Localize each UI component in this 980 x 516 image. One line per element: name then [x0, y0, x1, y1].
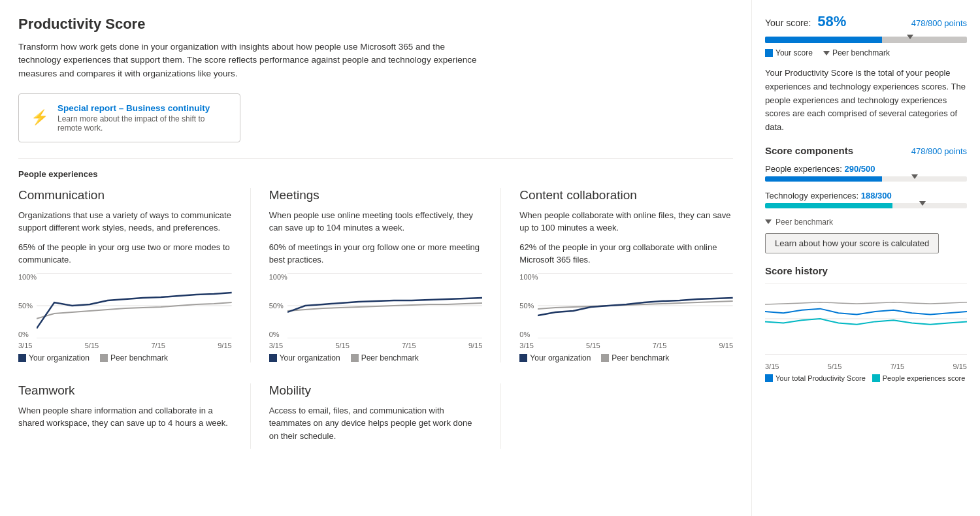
- card-content-collaboration: Content collaboration When people collab…: [501, 188, 733, 363]
- legend-peer-dot: [351, 354, 359, 362]
- score-bar-fill: [765, 37, 882, 43]
- history-legend-total: Your total Productivity Score: [765, 374, 866, 382]
- peer-marker: [907, 35, 913, 39]
- legend-peer-meetings: Peer benchmark: [351, 353, 419, 363]
- people-exp-label: People experiences: 290/500: [765, 164, 967, 174]
- score-bar-wrapper: [765, 37, 967, 43]
- chart-x-labels-content-collaboration: 3/155/157/159/15: [519, 342, 733, 349]
- card-desc-meetings: When people use online meeting tools eff…: [269, 209, 483, 234]
- legend-org-dot: [18, 354, 26, 362]
- cards-row: Communication Organizations that use a v…: [18, 188, 733, 363]
- section-divider: [18, 158, 733, 159]
- history-chart-area: 100%50%0%: [765, 283, 967, 361]
- score-label: Your score:: [765, 18, 811, 28]
- card-stat-communication: 65% of the people in your org use two or…: [18, 241, 232, 266]
- peer-benchmark-label: Peer benchmark: [765, 218, 967, 227]
- card-desc-teamwork: When people share information and collab…: [18, 404, 232, 430]
- special-report-title: Special report – Business continuity: [57, 103, 228, 113]
- components-header: Score components 478/800 points: [765, 145, 967, 156]
- card-stat-content-collaboration: 62% of the people in your org collaborat…: [519, 241, 733, 266]
- score-header: Your score: 58% 478/800 points: [765, 13, 967, 30]
- tech-peer-marker: [919, 201, 926, 206]
- legend-org-label: Your organization: [280, 353, 340, 363]
- legend-org-label: Your organization: [530, 353, 591, 363]
- legend-peer-dot: [100, 354, 108, 362]
- legend-org-content-collaboration: Your organization: [519, 353, 591, 363]
- history-total-dot: [765, 374, 773, 382]
- card-title-teamwork: Teamwork: [18, 383, 232, 398]
- card-communication: Communication Organizations that use a v…: [18, 188, 251, 363]
- chart-legend-communication: Your organization Peer benchmark: [18, 353, 232, 363]
- legend-org-dot: [269, 354, 277, 362]
- chart-svg-communication: [37, 273, 232, 338]
- page-title: Productivity Score: [18, 16, 733, 33]
- legend-org-communication: Your organization: [18, 353, 90, 363]
- special-report-subtitle: Learn more about the impact of the shift…: [57, 114, 228, 133]
- legend-peer-dot: [601, 354, 609, 362]
- chart-legend-meetings: Your organization Peer benchmark: [269, 353, 483, 363]
- people-experiences-label: People experiences: [18, 169, 733, 179]
- legend-peer-communication: Peer benchmark: [100, 353, 168, 363]
- card-title-meetings: Meetings: [269, 188, 483, 202]
- chart-x-labels-communication: 3/155/157/159/15: [18, 342, 232, 349]
- score-pct: 58%: [817, 13, 846, 29]
- score-bar-track: [765, 37, 967, 43]
- legend-peer-label: Peer benchmark: [110, 353, 168, 363]
- chart-svg-meetings: [287, 273, 483, 338]
- card-stat-meetings: 60% of meetings in your org follow one o…: [269, 241, 483, 266]
- special-report-text: Special report – Business continuity Lea…: [57, 103, 228, 133]
- people-bar-track: [765, 176, 967, 182]
- history-people-dot: [872, 374, 880, 382]
- card-title-content-collaboration: Content collaboration: [519, 188, 733, 202]
- history-legend-people: People experiences score: [872, 374, 966, 382]
- bolt-icon: ⚡: [31, 109, 48, 126]
- your-score-legend: Your score: [765, 48, 813, 57]
- peer-bench-text: Peer benchmark: [776, 218, 833, 227]
- legend-peer-content-collaboration: Peer benchmark: [601, 353, 669, 363]
- card-desc-mobility: Access to email, files, and communicatio…: [269, 404, 483, 443]
- tech-bar-track: [765, 203, 967, 208]
- peer-legend-label: Peer benchmark: [832, 48, 890, 57]
- history-x-labels: 3/15 5/15 7/15 9/15: [765, 363, 967, 370]
- card-teamwork: Teamwork When people share information a…: [18, 383, 251, 449]
- peer-legend: Peer benchmark: [823, 48, 890, 57]
- learn-score-button[interactable]: Learn about how your score is calculated: [765, 233, 939, 253]
- components-title: Score components: [765, 145, 853, 156]
- card-title-communication: Communication: [18, 188, 232, 202]
- chart-x-labels-meetings: 3/155/157/159/15: [269, 342, 483, 349]
- chart-svg-content-collaboration: [538, 273, 733, 338]
- tech-exp-label: Technology experiences: 188/300: [765, 191, 967, 201]
- peer-bench-icon: [765, 219, 772, 224]
- tech-exp-score: 188/300: [861, 191, 892, 201]
- main-content: Productivity Score Transform how work ge…: [0, 0, 751, 516]
- score-bar-legend: Your score Peer benchmark: [765, 48, 967, 57]
- components-pts: 478/800 points: [911, 146, 967, 156]
- people-exp-score: 290/500: [844, 164, 875, 174]
- history-legend: Your total Productivity Score People exp…: [765, 374, 967, 382]
- special-report-card[interactable]: ⚡ Special report – Business continuity L…: [18, 93, 240, 142]
- sidebar-desc: Your Productivity Score is the total of …: [765, 67, 967, 135]
- legend-peer-label: Peer benchmark: [361, 353, 419, 363]
- tech-bar-fill: [765, 203, 892, 208]
- intro-text: Transform how work gets done in your org…: [18, 40, 489, 80]
- your-score-dot: [765, 49, 773, 57]
- card-desc-communication: Organizations that use a variety of ways…: [18, 209, 232, 234]
- people-peer-marker: [911, 174, 918, 179]
- card-desc-content-collaboration: When people collaborate with online file…: [519, 209, 733, 234]
- chart-legend-content-collaboration: Your organization Peer benchmark: [519, 353, 733, 363]
- your-score-legend-label: Your score: [776, 48, 813, 57]
- legend-org-meetings: Your organization: [269, 353, 340, 363]
- history-chart-svg: 100%50%0%: [765, 283, 967, 355]
- score-label-group: Your score: 58%: [765, 13, 846, 30]
- score-history-title: Score history: [765, 265, 967, 276]
- card-title-mobility: Mobility: [269, 383, 483, 398]
- bottom-cards-row: Teamwork When people share information a…: [18, 383, 733, 449]
- people-bar-fill: [765, 176, 882, 182]
- tech-exp-row: Technology experiences: 188/300: [765, 191, 967, 208]
- peer-marker-icon: [823, 51, 830, 56]
- legend-org-label: Your organization: [29, 353, 90, 363]
- legend-peer-label: Peer benchmark: [612, 353, 669, 363]
- sidebar: Your score: 58% 478/800 points Your scor…: [751, 0, 980, 516]
- people-exp-row: People experiences: 290/500: [765, 164, 967, 182]
- score-pts: 478/800 points: [911, 18, 967, 28]
